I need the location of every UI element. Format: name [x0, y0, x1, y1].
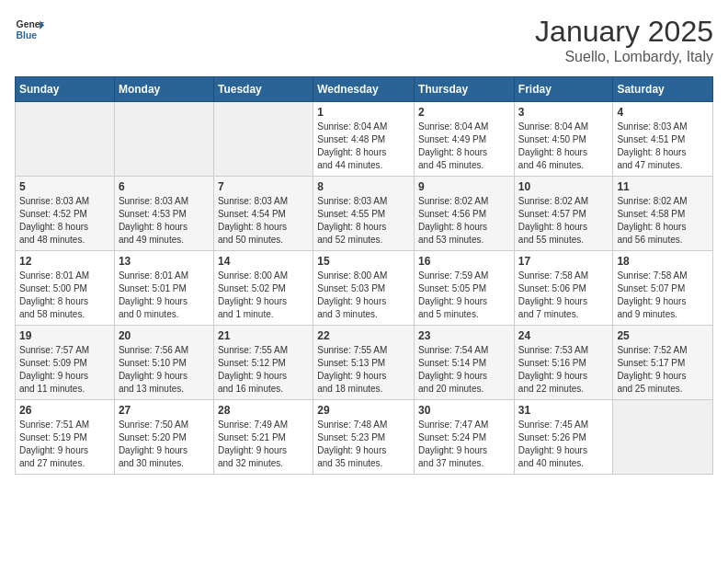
calendar-cell: [114, 102, 213, 177]
day-detail: Sunrise: 7:47 AM Sunset: 5:24 PM Dayligh…: [418, 419, 510, 470]
calendar-cell: [16, 102, 115, 177]
day-detail: Sunrise: 7:45 AM Sunset: 5:26 PM Dayligh…: [518, 419, 609, 470]
day-detail: Sunrise: 8:04 AM Sunset: 4:48 PM Dayligh…: [317, 121, 410, 172]
day-number: 2: [418, 106, 510, 119]
logo-icon: General Blue: [15, 15, 44, 44]
calendar-cell: 23Sunrise: 7:54 AM Sunset: 5:14 PM Dayli…: [415, 326, 515, 400]
day-detail: Sunrise: 8:02 AM Sunset: 4:58 PM Dayligh…: [617, 195, 709, 247]
calendar-cell: 29Sunrise: 7:48 AM Sunset: 5:23 PM Dayli…: [313, 400, 415, 475]
day-number: 31: [518, 404, 609, 417]
calendar-week-2: 5Sunrise: 8:03 AM Sunset: 4:52 PM Daylig…: [16, 177, 713, 251]
calendar-cell: 4Sunrise: 8:03 AM Sunset: 4:51 PM Daylig…: [613, 102, 713, 177]
calendar-cell: 22Sunrise: 7:55 AM Sunset: 5:13 PM Dayli…: [313, 326, 415, 400]
weekday-header-tuesday: Tuesday: [213, 77, 313, 102]
calendar-cell: 15Sunrise: 8:00 AM Sunset: 5:03 PM Dayli…: [313, 251, 415, 326]
calendar-cell: 14Sunrise: 8:00 AM Sunset: 5:02 PM Dayli…: [213, 251, 313, 326]
day-detail: Sunrise: 7:48 AM Sunset: 5:23 PM Dayligh…: [317, 419, 410, 470]
day-number: 1: [317, 106, 410, 119]
day-detail: Sunrise: 8:03 AM Sunset: 4:52 PM Dayligh…: [19, 195, 110, 247]
calendar-title: January 2025: [535, 15, 713, 49]
day-detail: Sunrise: 8:00 AM Sunset: 5:03 PM Dayligh…: [317, 270, 410, 321]
calendar-header: SundayMondayTuesdayWednesdayThursdayFrid…: [16, 77, 713, 102]
calendar-cell: 9Sunrise: 8:02 AM Sunset: 4:56 PM Daylig…: [415, 177, 515, 251]
calendar-cell: 27Sunrise: 7:50 AM Sunset: 5:20 PM Dayli…: [114, 400, 213, 475]
calendar-cell: 6Sunrise: 8:03 AM Sunset: 4:53 PM Daylig…: [114, 177, 213, 251]
calendar-cell: 26Sunrise: 7:51 AM Sunset: 5:19 PM Dayli…: [16, 400, 115, 475]
day-number: 29: [317, 404, 410, 417]
calendar-cell: 25Sunrise: 7:52 AM Sunset: 5:17 PM Dayli…: [613, 326, 713, 400]
day-detail: Sunrise: 8:01 AM Sunset: 5:00 PM Dayligh…: [19, 270, 110, 321]
calendar-cell: 10Sunrise: 8:02 AM Sunset: 4:57 PM Dayli…: [514, 177, 613, 251]
day-number: 6: [119, 180, 210, 193]
day-detail: Sunrise: 7:49 AM Sunset: 5:21 PM Dayligh…: [218, 419, 309, 470]
calendar-cell: 30Sunrise: 7:47 AM Sunset: 5:24 PM Dayli…: [415, 400, 515, 475]
day-number: 15: [317, 255, 410, 268]
day-detail: Sunrise: 8:03 AM Sunset: 4:51 PM Dayligh…: [617, 121, 709, 172]
calendar-cell: 31Sunrise: 7:45 AM Sunset: 5:26 PM Dayli…: [514, 400, 613, 475]
calendar-cell: 19Sunrise: 7:57 AM Sunset: 5:09 PM Dayli…: [16, 326, 115, 400]
weekday-header-friday: Friday: [514, 77, 613, 102]
day-number: 30: [418, 404, 510, 417]
day-number: 14: [218, 255, 309, 268]
day-number: 22: [317, 329, 410, 342]
day-number: 3: [518, 106, 609, 119]
calendar-table: SundayMondayTuesdayWednesdayThursdayFrid…: [15, 76, 713, 475]
day-detail: Sunrise: 7:50 AM Sunset: 5:20 PM Dayligh…: [119, 419, 210, 470]
day-number: 11: [617, 180, 709, 193]
svg-text:Blue: Blue: [17, 30, 38, 40]
day-number: 19: [19, 329, 110, 342]
day-detail: Sunrise: 8:04 AM Sunset: 4:50 PM Dayligh…: [518, 121, 609, 172]
day-number: 10: [518, 180, 609, 193]
weekday-header-sunday: Sunday: [16, 77, 115, 102]
calendar-cell: 13Sunrise: 8:01 AM Sunset: 5:01 PM Dayli…: [114, 251, 213, 326]
day-detail: Sunrise: 8:01 AM Sunset: 5:01 PM Dayligh…: [119, 270, 210, 321]
day-number: 12: [19, 255, 110, 268]
weekday-header-monday: Monday: [114, 77, 213, 102]
day-detail: Sunrise: 8:03 AM Sunset: 4:55 PM Dayligh…: [317, 195, 410, 247]
day-number: 4: [617, 106, 709, 119]
calendar-cell: [213, 102, 313, 177]
day-number: 21: [218, 329, 309, 342]
logo: General Blue: [15, 15, 44, 44]
day-number: 18: [617, 255, 709, 268]
calendar-week-4: 19Sunrise: 7:57 AM Sunset: 5:09 PM Dayli…: [16, 326, 713, 400]
calendar-cell: 3Sunrise: 8:04 AM Sunset: 4:50 PM Daylig…: [514, 102, 613, 177]
day-detail: Sunrise: 7:53 AM Sunset: 5:16 PM Dayligh…: [518, 344, 609, 396]
weekday-header-thursday: Thursday: [415, 77, 515, 102]
day-detail: Sunrise: 7:55 AM Sunset: 5:12 PM Dayligh…: [218, 344, 309, 396]
day-detail: Sunrise: 8:02 AM Sunset: 4:56 PM Dayligh…: [418, 195, 510, 247]
day-number: 17: [518, 255, 609, 268]
calendar-week-3: 12Sunrise: 8:01 AM Sunset: 5:00 PM Dayli…: [16, 251, 713, 326]
weekday-header-wednesday: Wednesday: [313, 77, 415, 102]
calendar-cell: 7Sunrise: 8:03 AM Sunset: 4:54 PM Daylig…: [213, 177, 313, 251]
day-number: 8: [317, 180, 410, 193]
day-number: 13: [119, 255, 210, 268]
calendar-week-5: 26Sunrise: 7:51 AM Sunset: 5:19 PM Dayli…: [16, 400, 713, 475]
calendar-subtitle: Suello, Lombardy, Italy: [535, 49, 713, 65]
day-detail: Sunrise: 8:02 AM Sunset: 4:57 PM Dayligh…: [518, 195, 609, 247]
day-number: 5: [19, 180, 110, 193]
calendar-cell: 5Sunrise: 8:03 AM Sunset: 4:52 PM Daylig…: [16, 177, 115, 251]
calendar-cell: 16Sunrise: 7:59 AM Sunset: 5:05 PM Dayli…: [415, 251, 515, 326]
calendar-cell: [613, 400, 713, 475]
day-detail: Sunrise: 7:54 AM Sunset: 5:14 PM Dayligh…: [418, 344, 510, 396]
calendar-cell: 18Sunrise: 7:58 AM Sunset: 5:07 PM Dayli…: [613, 251, 713, 326]
page-header: General Blue January 2025 Suello, Lombar…: [15, 15, 713, 65]
day-number: 28: [218, 404, 309, 417]
calendar-week-1: 1Sunrise: 8:04 AM Sunset: 4:48 PM Daylig…: [16, 102, 713, 177]
day-number: 9: [418, 180, 510, 193]
calendar-cell: 2Sunrise: 8:04 AM Sunset: 4:49 PM Daylig…: [415, 102, 515, 177]
calendar-cell: 21Sunrise: 7:55 AM Sunset: 5:12 PM Dayli…: [213, 326, 313, 400]
day-number: 7: [218, 180, 309, 193]
day-detail: Sunrise: 7:51 AM Sunset: 5:19 PM Dayligh…: [19, 419, 110, 470]
calendar-cell: 1Sunrise: 8:04 AM Sunset: 4:48 PM Daylig…: [313, 102, 415, 177]
calendar-cell: 28Sunrise: 7:49 AM Sunset: 5:21 PM Dayli…: [213, 400, 313, 475]
day-detail: Sunrise: 8:00 AM Sunset: 5:02 PM Dayligh…: [218, 270, 309, 321]
weekday-header-saturday: Saturday: [613, 77, 713, 102]
day-number: 20: [119, 329, 210, 342]
day-detail: Sunrise: 7:52 AM Sunset: 5:17 PM Dayligh…: [617, 344, 709, 396]
calendar-cell: 8Sunrise: 8:03 AM Sunset: 4:55 PM Daylig…: [313, 177, 415, 251]
calendar-cell: 20Sunrise: 7:56 AM Sunset: 5:10 PM Dayli…: [114, 326, 213, 400]
day-number: 27: [119, 404, 210, 417]
day-detail: Sunrise: 8:03 AM Sunset: 4:54 PM Dayligh…: [218, 195, 309, 247]
